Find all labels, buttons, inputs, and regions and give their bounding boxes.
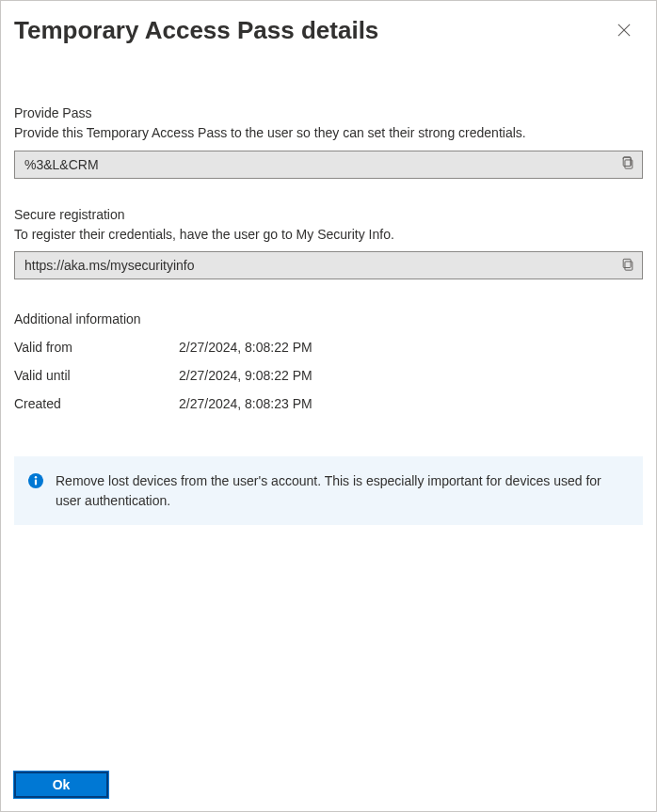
close-button[interactable] xyxy=(611,18,637,44)
provide-pass-desc: Provide this Temporary Access Pass to th… xyxy=(14,124,643,143)
info-key: Valid from xyxy=(14,340,179,355)
secure-registration-desc: To register their credentials, have the … xyxy=(14,226,643,245)
svg-point-7 xyxy=(35,476,37,478)
dialog-footer: Ok xyxy=(1,762,656,811)
svg-rect-2 xyxy=(625,160,633,168)
info-row-valid-from: Valid from 2/27/2024, 8:08:22 PM xyxy=(14,340,643,355)
svg-rect-3 xyxy=(623,158,631,167)
close-icon xyxy=(617,24,631,40)
dialog-content: Provide Pass Provide this Temporary Acce… xyxy=(1,49,656,762)
copy-icon xyxy=(621,258,634,274)
provide-pass-value: %3&L&CRM xyxy=(15,157,614,172)
info-row-created: Created 2/27/2024, 8:08:23 PM xyxy=(14,396,643,411)
svg-rect-8 xyxy=(35,480,37,486)
copy-url-button[interactable] xyxy=(614,252,642,279)
info-callout: Remove lost devices from the user's acco… xyxy=(14,456,643,525)
secure-registration-label: Secure registration xyxy=(14,207,643,222)
secure-registration-value: https://aka.ms/mysecurityinfo xyxy=(15,258,614,273)
svg-rect-5 xyxy=(623,259,631,267)
info-value: 2/27/2024, 8:08:22 PM xyxy=(179,340,312,355)
provide-pass-label: Provide Pass xyxy=(14,105,643,120)
provide-pass-box: %3&L&CRM xyxy=(14,151,643,179)
info-value: 2/27/2024, 8:08:23 PM xyxy=(179,396,312,411)
info-row-valid-until: Valid until 2/27/2024, 9:08:22 PM xyxy=(14,368,643,383)
info-icon xyxy=(27,472,44,489)
svg-rect-4 xyxy=(625,262,633,270)
secure-registration-box: https://aka.ms/mysecurityinfo xyxy=(14,251,643,279)
info-key: Valid until xyxy=(14,368,179,383)
info-key: Created xyxy=(14,396,179,411)
copy-icon xyxy=(621,156,634,172)
info-callout-text: Remove lost devices from the user's acco… xyxy=(56,471,626,510)
copy-pass-button[interactable] xyxy=(614,151,642,178)
info-value: 2/27/2024, 9:08:22 PM xyxy=(179,368,312,383)
additional-info-label: Additional information xyxy=(14,311,643,326)
ok-button[interactable]: Ok xyxy=(14,772,108,798)
dialog-header: Temporary Access Pass details xyxy=(1,1,656,49)
dialog-title: Temporary Access Pass details xyxy=(14,16,378,45)
